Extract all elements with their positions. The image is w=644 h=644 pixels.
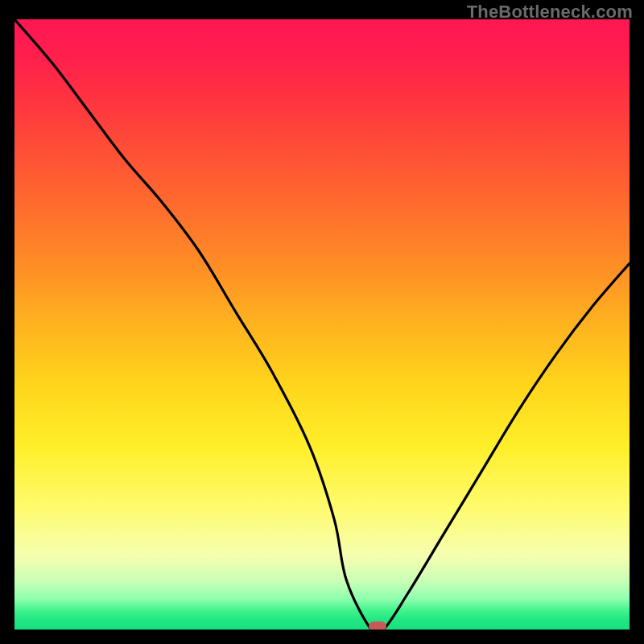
watermark-text: TheBottleneck.com <box>467 2 633 23</box>
bottleneck-curve <box>14 19 630 630</box>
optimum-marker <box>369 621 386 630</box>
chart-frame: TheBottleneck.com <box>0 0 644 644</box>
plot-area <box>14 19 630 630</box>
